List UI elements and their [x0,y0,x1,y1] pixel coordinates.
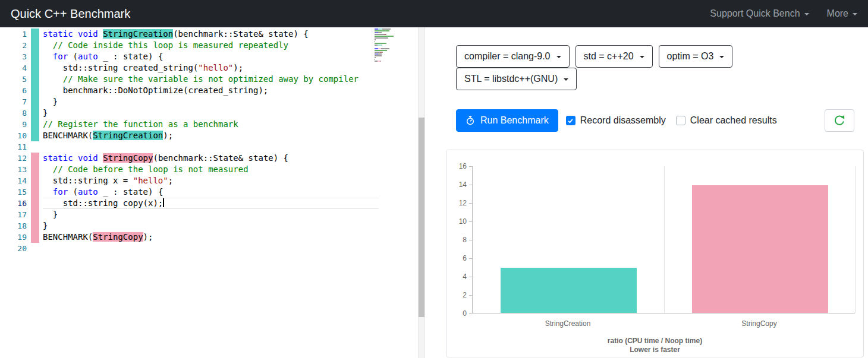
code-line[interactable]: 14 std::string x = "hello"; [0,175,379,186]
compiler-dropdown[interactable]: compiler = clang-9.0 [456,45,570,68]
minimap-line [375,48,398,49]
code-line[interactable]: 2 // Code inside this loop is measured r… [0,40,379,51]
code-line[interactable]: 19BENCHMARK(StringCopy); [0,232,379,243]
minimap[interactable] [375,28,398,64]
code-token: // Code inside this loop is measured rep… [43,40,288,50]
minimap-line [375,41,398,42]
clear-cached-label: Clear cached results [690,115,777,126]
gutter-spacer [31,243,39,254]
minimap-line [375,46,398,47]
line-number: 19 [0,232,27,243]
code-line[interactable]: 6 benchmark::DoNotOptimize(created_strin… [0,85,379,96]
line-number: 12 [0,153,27,164]
record-disassembly-group: Record disassembly [566,115,666,126]
code-line[interactable]: 7 } [0,96,379,107]
code-token: "hello" [198,63,233,72]
line-number: 5 [0,74,27,85]
minimap-line [375,37,398,39]
caret-down-icon [804,13,809,15]
stl-dropdown-label: STL = libstdc++(GNU) [464,74,558,84]
code-text: } [43,107,379,119]
y-axis-tick-label: 14 [446,180,467,189]
line-number: 17 [0,209,27,220]
line-number: 16 [0,198,27,209]
code-line[interactable]: 3 for (auto _ : state) { [0,51,379,62]
code-token: (benchmark::State& state) { [153,153,288,163]
code-token: auto [78,187,98,197]
code-text: // Register the function as a benchmark [43,119,379,130]
code-token: StringCopy [103,153,153,163]
line-number: 13 [0,164,27,175]
code-line[interactable]: 16 std::string copy(x); [0,198,379,209]
code-line[interactable]: 13 // Code before the loop is not measur… [0,164,379,175]
code-token: for [53,52,68,61]
line-number: 3 [0,51,27,62]
std-dropdown[interactable]: std = c++20 [575,45,653,68]
code-token: std::string copy(x); [43,198,163,208]
code-line[interactable]: 5 // Make sure the variable is not optim… [0,74,379,85]
gridline [664,166,665,313]
line-number: 7 [0,96,27,107]
minimap-line [375,39,398,40]
code-text: benchmark::DoNotOptimize(created_string)… [43,85,379,96]
chart-title: ratio (CPU time / Noop time) [446,337,863,345]
y-axis-tick-mark [469,277,472,277]
gridline [855,166,856,313]
code-token: for [53,187,68,197]
code-line[interactable]: 20 [0,243,379,254]
gutter-highlight-stripe [31,119,39,130]
code-line[interactable]: 4 std::string created_string("hello"); [0,62,379,74]
y-axis-tick-mark [469,295,472,296]
gutter-highlight-stripe [31,209,39,220]
code-token: ); [233,63,243,72]
nav-item-more[interactable]: More [827,8,857,19]
code-text: static void StringCopy(benchmark::State&… [43,153,379,164]
code-line[interactable]: 11 [0,141,379,153]
code-text: // Code before the loop is not measured [43,164,379,175]
code-line[interactable]: 10BENCHMARK(StringCreation); [0,130,379,141]
code-token: "hello" [133,176,168,185]
code-line[interactable]: 1static void StringCreation(benchmark::S… [0,28,379,40]
line-number: 15 [0,186,27,198]
code-editor[interactable]: 1static void StringCreation(benchmark::S… [0,27,425,358]
code-token: std::string x = [43,176,133,185]
clear-cached-checkbox[interactable] [676,116,685,125]
y-axis-tick-mark [469,203,472,204]
code-text: } [43,220,379,232]
stopwatch-icon [466,116,475,125]
minimap-line [375,32,398,33]
gutter-highlight-stripe [31,85,39,96]
code-token: BENCHMARK( [43,232,93,242]
std-dropdown-label: std = c++20 [584,51,634,62]
y-axis-tick-label: 12 [446,199,467,207]
chart-bar-stringcreation[interactable] [501,268,637,313]
scrollbar-thumb[interactable] [419,118,424,317]
pane-splitter[interactable] [418,27,425,358]
refresh-button[interactable] [825,109,854,132]
clear-cached-group: Clear cached results [676,115,777,126]
code-line[interactable]: 18} [0,220,379,232]
code-token: BENCHMARK( [43,131,93,140]
code-token [43,187,53,197]
code-line[interactable]: 12static void StringCopy(benchmark::Stat… [0,153,379,164]
code-token [43,52,53,61]
code-line[interactable]: 9// Register the function as a benchmark [0,119,379,130]
y-axis-tick-label: 6 [446,254,467,262]
line-number: 4 [0,62,27,74]
record-disassembly-checkbox[interactable] [566,116,575,125]
run-benchmark-button[interactable]: Run Benchmark [456,109,558,132]
optim-dropdown[interactable]: optim = O3 [659,45,733,68]
chart-bar-stringcopy[interactable] [692,185,828,313]
code-line[interactable]: 8} [0,107,379,119]
line-number: 14 [0,175,27,186]
code-token: } [43,210,58,219]
code-line[interactable]: 17 } [0,209,379,220]
code-text: } [43,209,379,220]
caret-down-icon [853,13,857,15]
nav-item-support[interactable]: Support Quick Bench [710,8,809,19]
line-number: 9 [0,119,27,130]
stl-dropdown[interactable]: STL = libstdc++(GNU) [456,68,577,90]
minimap-line [375,50,398,51]
y-axis-tick-label: 2 [446,291,467,299]
code-line[interactable]: 15 for (auto _ : state) { [0,186,379,198]
